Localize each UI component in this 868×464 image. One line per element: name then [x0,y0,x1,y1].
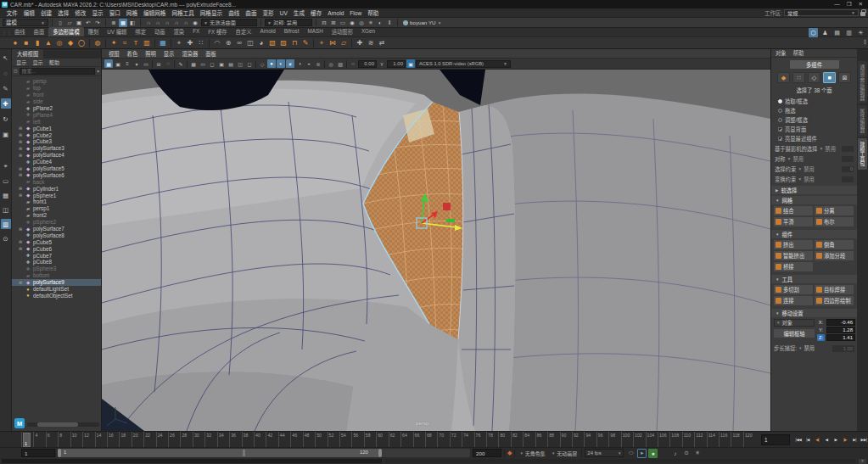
poly-disc-icon[interactable]: 〇 [76,38,87,48]
timeline-tick[interactable]: 120 [743,432,755,448]
menu-item[interactable]: 窗口 [106,8,123,17]
expand-toggle-icon[interactable]: ⊞ [19,172,25,177]
3d-scene[interactable] [102,70,770,431]
y-value-field[interactable]: 1.28 [826,327,855,333]
separator[interactable] [152,60,153,68]
separator[interactable] [313,39,314,48]
smooth-icon[interactable]: ◕ [256,38,266,48]
gate-mask-icon[interactable]: ▣ [217,59,226,68]
timeline-tick[interactable]: 118 [731,432,742,448]
screen-space-ao-icon[interactable]: ◒ [305,59,313,68]
timeline-tick[interactable]: 84 [523,432,535,448]
universal-manipulator[interactable]: ⌖ [1,161,11,171]
snap-to-grid-icon[interactable]: ∩ [144,19,153,27]
timeline-tick[interactable]: 18 [119,432,131,448]
menu-item[interactable]: 编辑网格 [141,8,169,17]
倒角[interactable]: 倒角 [815,240,854,249]
field-chart-icon[interactable]: ▤ [227,59,235,68]
menu-item[interactable]: Flow [347,10,365,16]
live-surface-field[interactable]: ▼无激活曲面 [201,19,257,26]
timeline-tick[interactable]: 72 [450,432,462,448]
expand-toggle-icon[interactable]: ⊞ [19,126,25,131]
outliner-item[interactable]: ⊞ polySurface5 [12,165,101,172]
outliner-item[interactable]: ⊞ polySurface3 [12,145,101,152]
timeline-tick[interactable]: 104 [646,432,658,448]
timeline-tick[interactable]: 82 [511,432,523,448]
svg-tool-icon[interactable]: ▥ [142,38,152,48]
constraint-row[interactable]: 基于摄影机的选择▼禁用 [771,143,857,154]
outliner-item[interactable]: top [12,85,101,92]
menu-item[interactable]: 修改 [72,8,89,17]
挤出[interactable]: 挤出 [774,240,813,249]
toolkit-checkbox[interactable]: ✓ 亮显背面 [771,125,857,134]
edit-edge-flow-icon[interactable]: ≋ [366,38,376,48]
timeline-tick[interactable]: 62 [389,432,400,448]
separator[interactable] [346,60,347,68]
select-object-icon[interactable]: ▦ [119,19,127,27]
outliner-item[interactable]: ⊞ polySurface7 [12,226,101,232]
expand-toggle-icon[interactable]: ⊞ [19,153,25,158]
scale-tool[interactable]: ▣ [1,129,11,139]
桥接[interactable]: 桥接 [774,262,813,271]
quad-draw-icon[interactable]: ▱ [339,38,349,48]
menu-item[interactable]: 曲线 [226,8,243,17]
timeline-tick[interactable]: 44 [278,432,290,448]
step-snap-size-field[interactable]: 1.00 [832,345,854,352]
redo-icon[interactable]: ↷ [93,19,102,27]
panel-menu-item[interactable]: 视图 [105,50,123,58]
gamma-icon[interactable]: γ [378,59,386,68]
separator[interactable] [171,39,171,48]
timeline-tick[interactable]: 80 [498,432,510,448]
script-editor-icon[interactable]: ≡ [859,459,866,464]
step-back-key-button[interactable]: ◀| [813,433,821,445]
workspace-lock-icon[interactable] [860,12,865,16]
panel-menu-item[interactable]: 面板 [202,50,220,58]
timeline-tick[interactable]: 78 [486,432,498,448]
radio-icon[interactable] [778,99,782,103]
outliner-item[interactable]: ⊞ polySurface9 [12,279,101,286]
shelf-tab[interactable]: FX [188,27,204,36]
timeline-tick[interactable]: 12 [82,432,94,448]
shelf-tab[interactable]: UV 编辑 [103,27,131,36]
timeline-tick[interactable]: 24 [156,432,168,448]
添加分段[interactable]: 添加分段 [815,251,854,260]
object-mode-icon[interactable]: ◆ [777,72,790,83]
timeline-tick[interactable]: 94 [584,432,596,448]
timeline-tick[interactable]: 116 [719,432,731,448]
outliner-item[interactable]: polySurface8 [12,232,101,238]
timeline-tick[interactable]: 30 [193,432,204,448]
separator[interactable] [255,60,256,68]
camera-attributes-icon[interactable]: ≡ [123,59,132,68]
poly-cone-icon[interactable]: ▲ [43,38,53,48]
select-hierarchy-icon[interactable]: ≣ [109,19,118,27]
make-live-icon[interactable]: ◉ [191,19,199,27]
menu-item[interactable]: 网格工具 [169,8,197,17]
expand-toggle-icon[interactable]: ⊞ [19,146,25,151]
menu-item[interactable]: 网格显示 [197,8,225,17]
motion-blur-icon[interactable]: ≋ [314,59,322,68]
shelf-tab[interactable]: XGen [357,27,379,36]
step-snap-select[interactable]: 禁用 [804,344,815,352]
ipr-render-icon[interactable]: ◎ [357,19,366,27]
separator[interactable] [89,39,90,48]
timeline-tick[interactable]: 108 [669,432,681,448]
pick-option[interactable]: 调整/框选 [771,115,857,125]
zoom-tool[interactable]: ⊙ [1,233,11,243]
pick-option[interactable]: 拾取/框选 [771,97,857,106]
snap-to-view-plane-icon[interactable]: ∩ [182,19,190,27]
smooth-shade-icon[interactable]: ● [267,59,276,68]
character-controls-toggle[interactable]: ♟ [820,28,830,37]
workspace-select[interactable]: 常规▼ [784,9,859,16]
select-tool[interactable]: ↖ [1,53,11,63]
outliner-item[interactable]: defaultLightSet [12,286,101,293]
menu-item[interactable]: UV [277,10,290,16]
xray-icon[interactable]: ▨ [336,59,344,68]
多切割[interactable]: 多切割 [774,285,813,294]
expand-toggle-icon[interactable]: ⊞ [19,246,25,251]
shelf-tab[interactable]: 曲线 [10,27,30,36]
grid-icon[interactable]: ▦ [189,59,198,68]
menu-item[interactable]: 文件 [3,8,20,17]
outliner-menu-item[interactable]: 帮助 [49,59,59,66]
expand-toggle-icon[interactable]: ⊞ [19,139,25,144]
select-component-icon[interactable]: ◧ [128,19,137,27]
